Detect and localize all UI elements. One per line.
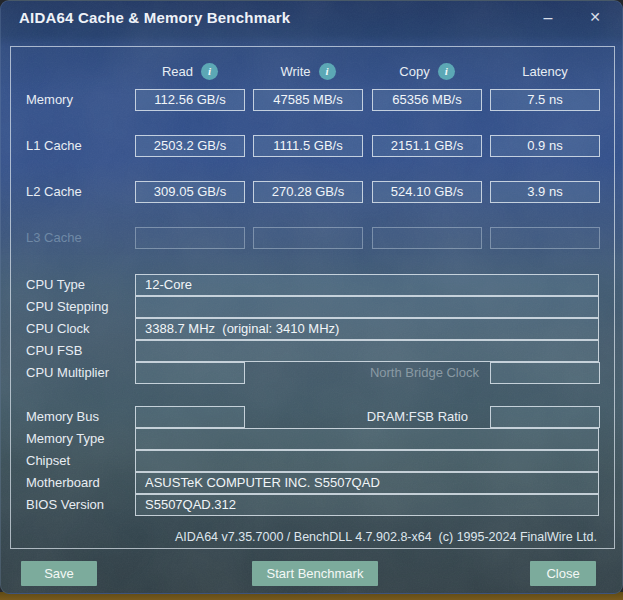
benchmark-cell: 2503.2 GB/s — [135, 135, 245, 157]
row-label-cpu-type: CPU Type — [26, 274, 85, 296]
benchmark-cell: 7.5 ns — [490, 89, 600, 111]
info-icon[interactable]: i — [201, 63, 218, 80]
row-label-memory-type: Memory Type — [26, 428, 105, 450]
field-north-bridge-clock — [490, 362, 600, 384]
save-button[interactable]: Save — [21, 561, 97, 586]
row-label-memory-bus: Memory Bus — [26, 406, 99, 428]
benchmark-cell: 0.9 ns — [490, 135, 600, 157]
field-cpu-type: 12-Core — [135, 274, 599, 296]
field-cpu-clock: 3388.7 MHz (original: 3410 MHz) — [135, 318, 599, 340]
field-cpu-fsb — [135, 340, 599, 362]
column-header-latency: Latency — [490, 61, 600, 81]
label-north-bridge-clock: North Bridge Clock — [253, 362, 479, 384]
field-bios-version: S5507QAD.312 — [135, 494, 599, 516]
row-label-cpu-multiplier: CPU Multiplier — [26, 362, 109, 384]
row-label-bios-version: BIOS Version — [26, 494, 104, 516]
column-header-read: Read i — [135, 61, 245, 81]
start-benchmark-button[interactable]: Start Benchmark — [252, 561, 378, 586]
row-label-cpu-fsb: CPU FSB — [26, 340, 82, 362]
window-title: AIDA64 Cache & Memory Benchmark — [19, 9, 290, 26]
column-header-write: Write i — [253, 61, 363, 81]
row-label-l1-cache: L1 Cache — [26, 135, 82, 157]
field-motherboard: ASUSTeK COMPUTER INC. S5507QAD — [135, 472, 599, 494]
field-memory-type — [135, 428, 599, 450]
row-label-cpu-stepping: CPU Stepping — [26, 296, 108, 318]
benchmark-cell: 524.10 GB/s — [372, 181, 482, 203]
field-cpu-stepping — [135, 296, 599, 318]
label-dram-fsb-ratio: DRAM:FSB Ratio — [253, 406, 468, 428]
benchmark-cell: 270.28 GB/s — [253, 181, 363, 203]
row-label-memory: Memory — [26, 89, 73, 111]
benchmark-cell: 47585 MB/s — [253, 89, 363, 111]
row-label-chipset: Chipset — [26, 450, 70, 472]
benchmark-cell — [135, 227, 245, 249]
close-button[interactable]: Close — [530, 561, 596, 586]
benchmark-cell: 112.56 GB/s — [135, 89, 245, 111]
row-label-cpu-clock: CPU Clock — [26, 318, 90, 340]
field-dram-fsb-ratio — [490, 406, 600, 428]
row-label-l3-cache: L3 Cache — [26, 227, 82, 249]
benchmark-window: AIDA64 Cache & Memory Benchmark – ✕ Read… — [0, 0, 623, 594]
field-memory-bus — [135, 406, 245, 428]
close-icon[interactable]: ✕ — [580, 3, 610, 32]
benchmark-cell — [372, 227, 482, 249]
titlebar: AIDA64 Cache & Memory Benchmark – ✕ — [1, 1, 622, 34]
benchmark-cell: 309.05 GB/s — [135, 181, 245, 203]
benchmark-cell: 2151.1 GB/s — [372, 135, 482, 157]
minimize-icon[interactable]: – — [533, 3, 563, 32]
benchmark-cell — [490, 227, 600, 249]
info-icon[interactable]: i — [319, 63, 336, 80]
version-copyright-line: AIDA64 v7.35.7000 / BenchDLL 4.7.902.8-x… — [175, 530, 597, 544]
benchmark-cell: 65356 MB/s — [372, 89, 482, 111]
benchmark-cell: 3.9 ns — [490, 181, 600, 203]
column-header-copy: Copy i — [372, 61, 482, 81]
info-icon[interactable]: i — [438, 63, 455, 80]
benchmark-cell — [253, 227, 363, 249]
row-label-motherboard: Motherboard — [26, 472, 100, 494]
benchmark-cell: 1111.5 GB/s — [253, 135, 363, 157]
row-label-l2-cache: L2 Cache — [26, 181, 82, 203]
field-chipset — [135, 450, 599, 472]
field-cpu-multiplier — [135, 362, 245, 384]
